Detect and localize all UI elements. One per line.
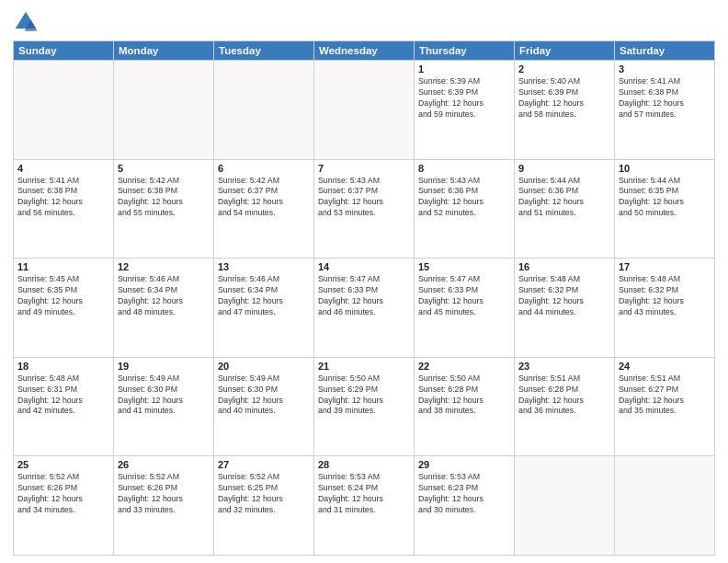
calendar-table: SundayMondayTuesdayWednesdayThursdayFrid… <box>13 40 715 556</box>
calendar-cell <box>615 456 715 556</box>
calendar-cell: 18Sunrise: 5:48 AMSunset: 6:31 PMDayligh… <box>14 357 114 456</box>
cell-content: Sunrise: 5:48 AMSunset: 6:31 PMDaylight:… <box>17 373 109 418</box>
cell-content: Sunrise: 5:46 AMSunset: 6:34 PMDaylight:… <box>218 274 310 318</box>
calendar-week-row: 18Sunrise: 5:48 AMSunset: 6:31 PMDayligh… <box>14 357 715 456</box>
calendar-cell: 12Sunrise: 5:46 AMSunset: 6:34 PMDayligh… <box>114 259 214 358</box>
day-header-monday: Monday <box>114 41 214 61</box>
day-number: 13 <box>218 261 310 272</box>
cell-content: Sunrise: 5:52 AMSunset: 6:26 PMDaylight:… <box>118 472 210 516</box>
day-header-friday: Friday <box>515 41 615 61</box>
cell-content: Sunrise: 5:50 AMSunset: 6:29 PMDaylight:… <box>318 373 410 418</box>
day-number: 7 <box>318 163 410 174</box>
day-number: 22 <box>418 361 510 372</box>
day-number: 24 <box>619 361 711 372</box>
day-number: 29 <box>418 459 510 470</box>
cell-content: Sunrise: 5:50 AMSunset: 6:28 PMDaylight:… <box>418 373 510 418</box>
calendar-cell: 10Sunrise: 5:44 AMSunset: 6:35 PMDayligh… <box>615 159 715 259</box>
day-number: 16 <box>518 261 610 272</box>
calendar-cell: 4Sunrise: 5:41 AMSunset: 6:38 PMDaylight… <box>14 159 114 259</box>
cell-content: Sunrise: 5:42 AMSunset: 6:38 PMDaylight:… <box>118 176 210 220</box>
day-number: 21 <box>318 361 410 372</box>
calendar-cell: 19Sunrise: 5:49 AMSunset: 6:30 PMDayligh… <box>114 357 214 456</box>
calendar-cell <box>515 456 615 556</box>
day-header-thursday: Thursday <box>415 41 515 61</box>
cell-content: Sunrise: 5:47 AMSunset: 6:33 PMDaylight:… <box>318 274 410 318</box>
cell-content: Sunrise: 5:48 AMSunset: 6:32 PMDaylight:… <box>619 274 711 318</box>
cell-content: Sunrise: 5:42 AMSunset: 6:37 PMDaylight:… <box>218 176 310 220</box>
day-number: 11 <box>17 261 109 272</box>
cell-content: Sunrise: 5:39 AMSunset: 6:39 PMDaylight:… <box>418 76 510 121</box>
calendar-cell: 29Sunrise: 5:53 AMSunset: 6:23 PMDayligh… <box>415 456 515 556</box>
cell-content: Sunrise: 5:40 AMSunset: 6:39 PMDaylight:… <box>518 76 610 121</box>
calendar-cell: 8Sunrise: 5:43 AMSunset: 6:36 PMDaylight… <box>415 159 515 259</box>
calendar-cell: 9Sunrise: 5:44 AMSunset: 6:36 PMDaylight… <box>515 159 615 259</box>
calendar-cell: 11Sunrise: 5:45 AMSunset: 6:35 PMDayligh… <box>14 259 114 358</box>
calendar-cell: 24Sunrise: 5:51 AMSunset: 6:27 PMDayligh… <box>615 357 715 456</box>
calendar-cell: 6Sunrise: 5:42 AMSunset: 6:37 PMDaylight… <box>214 159 314 259</box>
cell-content: Sunrise: 5:51 AMSunset: 6:27 PMDaylight:… <box>619 373 711 418</box>
calendar-cell <box>114 61 214 160</box>
calendar-cell: 1Sunrise: 5:39 AMSunset: 6:39 PMDaylight… <box>415 61 515 160</box>
calendar-header-row: SundayMondayTuesdayWednesdayThursdayFrid… <box>14 41 715 61</box>
day-number: 20 <box>218 361 310 372</box>
cell-content: Sunrise: 5:48 AMSunset: 6:32 PMDaylight:… <box>518 274 610 318</box>
calendar-week-row: 4Sunrise: 5:41 AMSunset: 6:38 PMDaylight… <box>14 159 715 259</box>
day-number: 8 <box>418 163 510 174</box>
cell-content: Sunrise: 5:44 AMSunset: 6:35 PMDaylight:… <box>619 176 711 220</box>
calendar-cell: 22Sunrise: 5:50 AMSunset: 6:28 PMDayligh… <box>415 357 515 456</box>
day-number: 19 <box>118 361 210 372</box>
cell-content: Sunrise: 5:45 AMSunset: 6:35 PMDaylight:… <box>17 274 109 318</box>
calendar-cell: 14Sunrise: 5:47 AMSunset: 6:33 PMDayligh… <box>314 259 415 358</box>
calendar-cell: 17Sunrise: 5:48 AMSunset: 6:32 PMDayligh… <box>615 259 715 358</box>
day-number: 12 <box>118 261 210 272</box>
day-number: 2 <box>518 63 610 75</box>
cell-content: Sunrise: 5:52 AMSunset: 6:25 PMDaylight:… <box>218 472 310 516</box>
cell-content: Sunrise: 5:43 AMSunset: 6:36 PMDaylight:… <box>418 176 510 220</box>
logo <box>13 9 40 35</box>
calendar-cell: 23Sunrise: 5:51 AMSunset: 6:28 PMDayligh… <box>515 357 615 456</box>
day-header-tuesday: Tuesday <box>214 41 314 61</box>
cell-content: Sunrise: 5:46 AMSunset: 6:34 PMDaylight:… <box>118 274 210 318</box>
day-number: 23 <box>518 361 610 372</box>
day-number: 14 <box>318 261 410 272</box>
day-number: 15 <box>418 261 510 272</box>
calendar-cell: 3Sunrise: 5:41 AMSunset: 6:38 PMDaylight… <box>615 61 715 160</box>
day-header-sunday: Sunday <box>14 41 114 61</box>
cell-content: Sunrise: 5:44 AMSunset: 6:36 PMDaylight:… <box>518 176 610 220</box>
cell-content: Sunrise: 5:41 AMSunset: 6:38 PMDaylight:… <box>619 76 711 121</box>
day-number: 9 <box>518 163 610 174</box>
calendar-cell: 13Sunrise: 5:46 AMSunset: 6:34 PMDayligh… <box>214 259 314 358</box>
calendar-week-row: 11Sunrise: 5:45 AMSunset: 6:35 PMDayligh… <box>14 259 715 358</box>
cell-content: Sunrise: 5:49 AMSunset: 6:30 PMDaylight:… <box>218 373 310 418</box>
cell-content: Sunrise: 5:51 AMSunset: 6:28 PMDaylight:… <box>518 373 610 418</box>
day-number: 10 <box>619 163 711 174</box>
page: SundayMondayTuesdayWednesdayThursdayFrid… <box>0 0 728 563</box>
day-number: 6 <box>218 163 310 174</box>
cell-content: Sunrise: 5:47 AMSunset: 6:33 PMDaylight:… <box>418 274 510 318</box>
day-number: 17 <box>619 261 711 272</box>
calendar-cell <box>214 61 314 160</box>
calendar-cell <box>314 61 415 160</box>
logo-icon <box>13 9 39 35</box>
day-number: 4 <box>17 163 109 174</box>
calendar-week-row: 1Sunrise: 5:39 AMSunset: 6:39 PMDaylight… <box>14 61 715 160</box>
calendar-cell: 25Sunrise: 5:52 AMSunset: 6:26 PMDayligh… <box>14 456 114 556</box>
day-number: 25 <box>17 459 109 470</box>
calendar-week-row: 25Sunrise: 5:52 AMSunset: 6:26 PMDayligh… <box>14 456 715 556</box>
calendar-cell: 15Sunrise: 5:47 AMSunset: 6:33 PMDayligh… <box>415 259 515 358</box>
day-header-wednesday: Wednesday <box>314 41 415 61</box>
calendar-cell: 7Sunrise: 5:43 AMSunset: 6:37 PMDaylight… <box>314 159 415 259</box>
day-number: 5 <box>118 163 210 174</box>
cell-content: Sunrise: 5:53 AMSunset: 6:23 PMDaylight:… <box>418 472 510 516</box>
calendar-cell: 16Sunrise: 5:48 AMSunset: 6:32 PMDayligh… <box>515 259 615 358</box>
cell-content: Sunrise: 5:49 AMSunset: 6:30 PMDaylight:… <box>118 373 210 418</box>
calendar-cell: 26Sunrise: 5:52 AMSunset: 6:26 PMDayligh… <box>114 456 214 556</box>
cell-content: Sunrise: 5:43 AMSunset: 6:37 PMDaylight:… <box>318 176 410 220</box>
calendar-cell: 28Sunrise: 5:53 AMSunset: 6:24 PMDayligh… <box>314 456 415 556</box>
cell-content: Sunrise: 5:53 AMSunset: 6:24 PMDaylight:… <box>318 472 410 516</box>
cell-content: Sunrise: 5:41 AMSunset: 6:38 PMDaylight:… <box>17 176 109 220</box>
day-number: 1 <box>418 63 510 75</box>
calendar-cell: 2Sunrise: 5:40 AMSunset: 6:39 PMDaylight… <box>515 61 615 160</box>
calendar-cell: 20Sunrise: 5:49 AMSunset: 6:30 PMDayligh… <box>214 357 314 456</box>
cell-content: Sunrise: 5:52 AMSunset: 6:26 PMDaylight:… <box>17 472 109 516</box>
